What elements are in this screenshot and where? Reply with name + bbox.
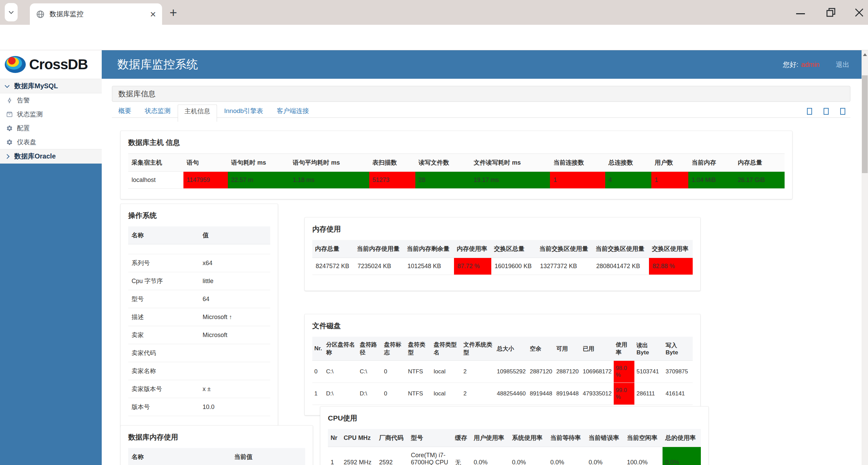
table-cell: 版本号 [128,398,199,416]
browser-tab-strip: 数据库监控 × + [0,0,868,25]
table-cell: 0.0% [586,447,624,465]
column-header: 盘符类型名 [432,337,461,361]
scrollbar-thumb[interactable] [862,75,868,173]
window-minimize-button[interactable] [796,13,805,14]
memory-usage-card: 内存使用 内存总量当前内存使用量当前内存剩余量内存使用率交换区总量当前交换区使用… [304,217,701,291]
tab-close-icon[interactable]: × [150,9,156,19]
table-row: 卖家版本号x ± [128,380,270,398]
card-title: CPU使用 [328,413,701,423]
table-cell: 卖家版本号 [128,380,199,398]
new-tab-button[interactable]: + [170,5,177,20]
table-row: 卖家代码 [128,344,270,362]
sidebar-group-mysql[interactable]: 数据库MySQL [0,79,102,93]
table-cell: 5103741 [634,361,664,383]
table-row: 卖家Microsoft [128,326,270,344]
window-close-button[interactable] [854,7,864,19]
gauge-icon [6,139,13,146]
column-header: 文件系统类型 [461,337,495,361]
column-header: 总大小 [495,337,528,361]
table-cell: 28 [415,172,471,189]
table-cell: 16019600 KB [491,258,537,275]
table-cell: 0.0% [548,447,586,465]
column-header: 总的使用率 [663,429,701,447]
browser-tab[interactable]: 数据库监控 × [30,3,162,25]
table-cell: 卖家代码 [128,344,199,362]
table-cell: 87.72 % [454,258,491,275]
sidebar-item-alerts[interactable]: 告警 [0,93,102,107]
table-cell: 26.17 GiB [734,172,785,189]
table-cell: 51273 [369,172,415,189]
table-cell: x64 [199,254,271,272]
column-header: 盘符路径 [358,337,382,361]
brand-name: CrossDB [29,56,88,73]
column-header: 当前值 [231,448,305,465]
table-cell: 描述 [128,308,199,326]
page-scrollbar[interactable] [862,50,868,465]
sidebar-item-status-monitor[interactable]: 状态监测 [0,107,102,121]
tab-client-connections[interactable]: 客户端连接 [270,105,315,117]
tab-status-monitor[interactable]: 状态监测 [138,105,177,117]
table-row: Cpu 字节序little [128,272,270,290]
table-cell: local [432,383,461,405]
sidebar-item-label: 告警 [17,96,30,105]
sidebar-item-dashboard[interactable]: 仪表盘 [0,135,102,149]
table-cell: 22.57 m [228,172,290,189]
table-row [128,244,270,254]
table-cell: x ± [199,380,271,398]
column-header: 当前等待率 [548,429,586,447]
card-title: 数据库内存使用 [128,432,305,442]
table-cell: 2592 MHz [341,447,376,465]
table-row: 版本号10.0 [128,398,270,416]
tab-overview[interactable]: 概要 [112,105,138,117]
header-row: 名称当前值 [128,448,305,465]
table-row: 8247572 KB7235024 KB1012548 KB87.72 %160… [312,258,693,275]
column-header: 名称 [128,448,231,465]
screen: { "colors": { "status_red": "#fe0000", "… [0,0,868,465]
table-cell: NTFS [406,361,432,383]
column-header: 内存总量 [734,154,785,172]
archive-icon [6,111,13,118]
table-cell: C:\ [324,361,358,383]
table-cell: 19.17 ms [470,172,550,189]
sidebar-item-config[interactable]: 配置 [0,121,102,135]
portlet-control-icon[interactable] [824,108,829,115]
column-header: Nr [328,429,341,447]
portlet-control-icon[interactable] [840,108,845,115]
chevron-right-icon [5,154,9,159]
sidebar-group-oracle[interactable]: 数据库Oracle [0,149,102,164]
username: admin [801,61,820,69]
table-cell: 系列号 [128,254,199,272]
column-header: 已用 [581,337,614,361]
brand-logo: CrossDB [0,50,102,79]
column-header: 交换区使用率 [649,240,693,258]
crossdb-logo-icon [4,55,26,74]
column-header: 表扫描数 [369,154,415,172]
logout-link[interactable]: 退出 [836,60,849,69]
table-cell: 2887120 [528,361,554,383]
table-cell: 488254460 [495,383,528,405]
scrollbar-up-arrow-icon[interactable] [863,53,867,56]
column-header: 厂商代码 [376,429,408,447]
cpu-usage-card: CPU使用 NrCPU MHz厂商代码型号缓存用户使用率系统使用率当前等待率当前… [320,406,709,465]
window-restore-button[interactable] [826,7,836,19]
portlet-control-icon[interactable] [807,108,812,115]
db-memory-table: 名称当前值memory/performance_schema265.44 MiB [128,448,305,465]
column-header: 内存使用率 [454,240,491,258]
tab-innodb-engine[interactable]: Innodb引擎表 [218,105,270,117]
table-cell [199,362,271,380]
table-cell: NTFS [406,383,432,405]
column-header: 名称 [128,226,199,244]
tab-search-button[interactable] [5,3,18,21]
column-header: 语句平均耗时 ms [290,154,369,172]
column-header: 总连接数 [605,154,651,172]
table-cell: 10.0 [199,398,271,416]
column-header: 用户使用率 [471,429,509,447]
table-cell: 8919448 [528,383,554,405]
table-cell: 1147959 [183,172,228,189]
table-row: 0C:\C:\0NTFSlocal21098552922887120288712… [312,361,693,383]
table-cell: 1 [312,383,324,405]
tab-host-info[interactable]: 主机信息 [178,105,217,122]
table-row: 系列号x64 [128,254,270,272]
host-info-table: 采集宿主机语句语句耗时 ms语句平均耗时 ms表扫描数读写文件数文件读写耗时 m… [128,153,785,189]
table-cell: 109855292 [495,361,528,383]
